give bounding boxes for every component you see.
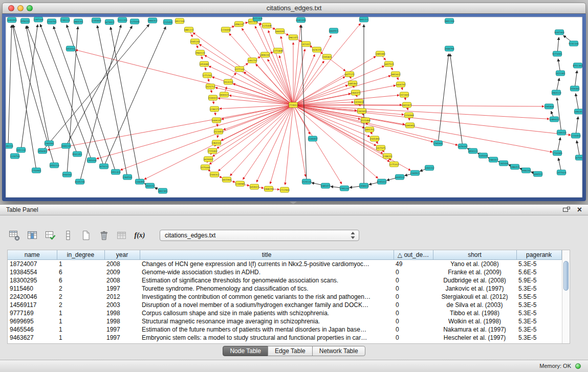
table-row[interactable]: 911546021997Tourette syndrome. Phenomeno… [8, 285, 561, 293]
graph-node[interactable]: 1815901 [222, 177, 232, 182]
graph-node[interactable]: 1722903 [279, 187, 290, 192]
graph-node[interactable]: 8105234 [75, 179, 85, 184]
network-canvas[interactable]: 1881222154514319601241453081127154114257… [6, 17, 582, 198]
graph-node[interactable]: 1545143 [190, 39, 200, 44]
graph-node[interactable]: 1881222 [184, 27, 194, 32]
graph-node[interactable]: 1673022 [104, 19, 115, 25]
graph-node[interactable]: 1064371 [351, 90, 361, 95]
graph-node[interactable]: 1619447 [203, 157, 213, 162]
graph-node[interactable]: 1265439 [498, 161, 509, 166]
graph-node[interactable]: 1595821 [322, 54, 332, 59]
graph-node[interactable]: 1830021 [219, 92, 229, 97]
graph-node[interactable]: 2260591 [44, 141, 54, 146]
edit-table-icon[interactable] [44, 229, 56, 242]
column-selector-icon[interactable] [26, 229, 38, 242]
graph-node[interactable]: 1068294 [264, 186, 274, 191]
graph-node[interactable]: 9197343 [554, 30, 564, 35]
graph-node[interactable]: 1601627 [402, 102, 412, 107]
graph-node[interactable]: 1795232 [339, 186, 350, 191]
graph-node[interactable]: 1321601 [399, 92, 409, 97]
graph-node[interactable]: 1866312 [147, 18, 158, 23]
graph-node[interactable]: 1320614 [354, 99, 364, 104]
column-header-out_degree[interactable]: △ out_de… [394, 250, 433, 260]
graph-node[interactable]: 1265034 [86, 158, 97, 163]
graph-node[interactable]: 1677172 [344, 72, 355, 77]
tab-edge-table[interactable]: Edge Table [268, 346, 313, 356]
graph-node[interactable]: 1725402 [207, 148, 217, 154]
graph-node[interactable]: 1271839 [273, 48, 283, 53]
graph-node[interactable]: 1913153 [223, 79, 233, 84]
graph-node[interactable]: 1175312 [389, 162, 399, 167]
graph-node[interactable]: 1841612 [390, 72, 401, 77]
close-panel-icon[interactable]: × [577, 206, 582, 213]
graph-node[interactable]: 1795931 [433, 141, 443, 146]
graph-node[interactable]: 1209153 [556, 130, 567, 135]
function-builder-icon[interactable]: f(x) [134, 229, 146, 242]
graph-node[interactable]: 1694522 [533, 171, 543, 177]
graph-node[interactable]: 1710345 [552, 150, 562, 156]
graph-node[interactable]: 1515469 [360, 118, 371, 123]
table-row[interactable]: 946362711997Embryonic stem cells: a mode… [8, 334, 561, 342]
column-header-pagerank[interactable]: pagerank [516, 250, 561, 260]
graph-node[interactable]: 8751342 [573, 63, 582, 68]
graph-node[interactable]: 1595834 [544, 104, 554, 109]
table-select[interactable]: citations_edges.txt [160, 230, 359, 241]
graph-node[interactable]: 1679197 [458, 144, 468, 149]
float-panel-icon[interactable] [562, 207, 570, 213]
graph-node[interactable]: 1664921 [329, 28, 339, 33]
graph-node[interactable]: 1321017 [301, 41, 311, 47]
graph-node[interactable]: 2056101 [20, 18, 30, 24]
graph-node[interactable]: 2264531 [122, 174, 133, 180]
table-row[interactable]: 946554611997Estimation of the future num… [8, 325, 561, 334]
column-header-short[interactable]: short [433, 250, 516, 260]
graph-node[interactable]: 1654021 [249, 184, 259, 189]
graph-node[interactable]: 1604747 [396, 82, 406, 87]
graph-node[interactable]: 1895751 [364, 127, 375, 132]
graph-node[interactable]: 1453081 [199, 61, 209, 67]
graph-node[interactable]: 1802341 [158, 188, 168, 193]
delete-table-icon[interactable] [98, 229, 110, 242]
window-minimize-button[interactable] [17, 5, 24, 11]
graph-node[interactable]: 1864201 [73, 19, 83, 24]
table-row[interactable]: 1938455462009Genome-wide association stu… [8, 268, 561, 276]
table-scrollbar-thumb[interactable] [563, 261, 569, 291]
graph-node[interactable]: 1854123 [468, 148, 478, 154]
graph-node[interactable]: 2105034 [478, 153, 488, 158]
graph-node[interactable]: 1085472 [320, 183, 331, 188]
graph-node[interactable]: 1685462 [347, 81, 358, 86]
graph-node[interactable]: 1450213 [49, 163, 59, 168]
window-titlebar[interactable]: citations_edges.txt [2, 3, 586, 14]
graph-node[interactable]: 1559341 [570, 86, 580, 91]
graph-node[interactable]: 1673211 [99, 164, 109, 169]
graph-node[interactable]: 1856401 [37, 148, 48, 154]
graph-node[interactable]: 1948794 [444, 46, 454, 51]
row-selector-icon[interactable] [62, 229, 74, 242]
graph-node[interactable]: 1089415 [549, 117, 559, 122]
graph-node[interactable]: 9245012 [377, 179, 387, 184]
import-table-icon[interactable] [116, 229, 128, 242]
graph-node[interactable]: 1164921 [410, 170, 420, 176]
graph-node[interactable]: 1403152 [145, 183, 155, 188]
graph-node[interactable]: 1577141 [234, 67, 245, 72]
graph-node[interactable]: 1220058 [221, 27, 231, 32]
graph-node[interactable]: 1580317 [488, 157, 498, 162]
graph-node[interactable]: 1944233 [61, 143, 71, 148]
graph-node[interactable]: 1604513 [395, 174, 405, 180]
graph-node[interactable]: 1575044 [200, 165, 210, 170]
graph-node[interactable]: 1094152 [424, 165, 434, 170]
graph-node[interactable]: 1154469 [404, 113, 414, 118]
graph-node[interactable]: 1657515 [384, 61, 394, 67]
column-header-title[interactable]: title [140, 250, 394, 260]
graph-node[interactable]: 1235603 [91, 18, 101, 23]
graph-node[interactable]: 1358023 [359, 183, 369, 188]
graph-node[interactable]: 2841193 [444, 18, 454, 24]
graph-node[interactable]: 1930542 [62, 172, 72, 177]
graph-node[interactable]: 1363101 [211, 140, 222, 145]
graph-node[interactable]: 1106493 [135, 179, 145, 184]
table-row[interactable]: 1830029562008Estimation of significance … [8, 276, 561, 285]
graph-node[interactable]: 1946202 [521, 168, 531, 173]
graph-node[interactable]: 1640093 [7, 17, 17, 23]
graph-node[interactable]: 2051132 [16, 147, 26, 152]
graph-node[interactable]: 1485083 [375, 51, 385, 56]
table-row[interactable]: 1872400712008Changes of HCN gene express… [8, 260, 561, 269]
